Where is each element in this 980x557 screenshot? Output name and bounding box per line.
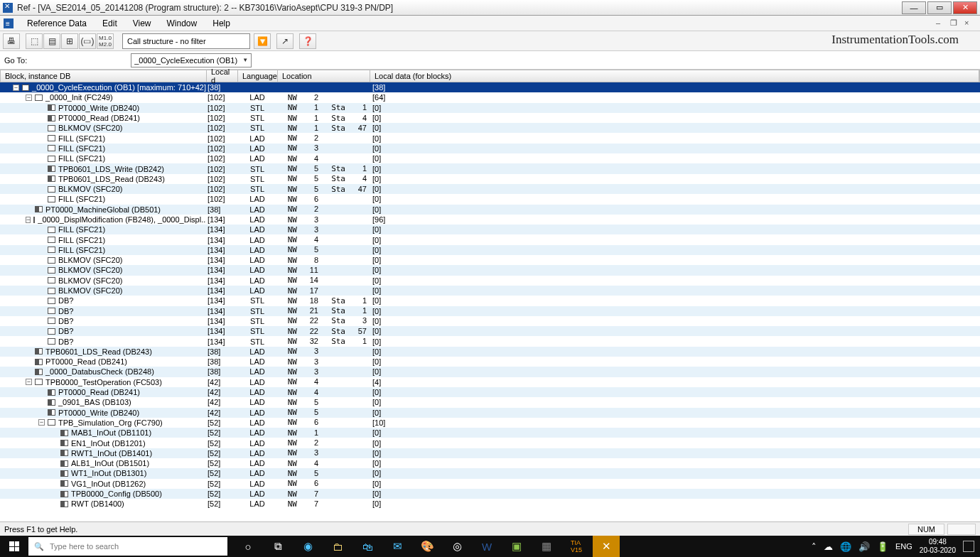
tree-row[interactable]: _0000_DatabusCheck (DB248)[38]LADNW3[0] bbox=[0, 367, 980, 377]
tree-row[interactable]: TPB0601_LDS_Write (DB242)[102]STLNW5Sta1… bbox=[0, 163, 980, 173]
app2-icon[interactable]: ▦ bbox=[533, 536, 560, 557]
tree-row[interactable]: ALB1_InOut (DB1501)[52]LADNW4[0] bbox=[0, 458, 980, 468]
tree-row[interactable]: BLKMOV (SFC20)[134]LADNW8[0] bbox=[0, 255, 980, 265]
tool-btn-5[interactable]: (▭) bbox=[79, 33, 96, 49]
tree-row[interactable]: WT1_InOut (DB1301)[52]LADNW5[0] bbox=[0, 468, 980, 478]
tree-row[interactable]: FILL (SFC21)[134]LADNW4[0] bbox=[0, 234, 980, 244]
mail-icon[interactable]: ✉ bbox=[384, 536, 411, 557]
col-header-ldata[interactable]: Local data (for blocks) bbox=[370, 70, 979, 82]
tray-clock[interactable]: 09:48 20-03-2020 bbox=[920, 538, 956, 555]
grid-body[interactable]: −_0000_CycleExecution (OB1) [maximum: 71… bbox=[0, 82, 980, 516]
tree-row[interactable]: DB?[134]STLNW22Sta57[0] bbox=[0, 326, 980, 336]
tree-row[interactable]: TPB0601_LDS_Read (DB243)[102]STLNW5Sta4[… bbox=[0, 174, 980, 184]
tree-row[interactable]: −_0000_CycleExecution (OB1) [maximum: 71… bbox=[0, 82, 980, 92]
mdi-close[interactable]: × bbox=[964, 18, 974, 28]
tree-row[interactable]: RWT1_InOut (DB1401)[52]LADNW3[0] bbox=[0, 448, 980, 458]
tia-icon[interactable]: TIAV15 bbox=[563, 536, 590, 557]
block-icon bbox=[48, 196, 55, 202]
tray-chevron-icon[interactable]: ˄ bbox=[812, 541, 817, 552]
tree-row[interactable]: BLKMOV (SFC20)[102]STLNW1Sta47[0] bbox=[0, 123, 980, 133]
tray-lang[interactable]: ENG bbox=[895, 542, 912, 551]
cortana-icon[interactable]: ○ bbox=[235, 536, 262, 557]
tree-row[interactable]: −TPB0000_TestOperation (FC503)[42]LADNW4… bbox=[0, 377, 980, 387]
tray-network-icon[interactable]: 🌐 bbox=[840, 541, 851, 552]
windows-logo-icon bbox=[9, 541, 19, 551]
tree-toggle[interactable]: − bbox=[26, 379, 32, 385]
tree-toggle[interactable]: − bbox=[13, 85, 19, 91]
tool-filter[interactable]: 🔽 bbox=[254, 33, 271, 49]
col-header-loc[interactable]: Location bbox=[278, 70, 370, 82]
tree-row[interactable]: PT0000_Read (DB241)[102]STLNW1Sta4[0] bbox=[0, 113, 980, 123]
tree-toggle[interactable]: − bbox=[38, 419, 45, 426]
start-button[interactable] bbox=[0, 536, 28, 557]
tree-toggle[interactable]: − bbox=[26, 217, 31, 223]
tree-row[interactable]: TPB0000_Config (DB500)[52]LADNW7[0] bbox=[0, 489, 980, 499]
col-header-local[interactable]: Local d bbox=[207, 70, 238, 82]
filter-combo[interactable]: Call structure - no filter bbox=[122, 33, 250, 49]
tree-row[interactable]: FILL (SFC21)[134]LADNW5[0] bbox=[0, 245, 980, 255]
mdi-restore[interactable]: ❐ bbox=[950, 18, 960, 28]
tree-toggle[interactable]: − bbox=[26, 94, 32, 101]
menu-window[interactable]: Window bbox=[160, 17, 205, 30]
col-header-block[interactable]: Block, instance DB bbox=[1, 70, 207, 82]
explorer-icon[interactable]: 🗀 bbox=[324, 536, 351, 557]
paint-icon[interactable]: 🎨 bbox=[414, 536, 441, 557]
tree-row[interactable]: FILL (SFC21)[102]LADNW4[0] bbox=[0, 153, 980, 163]
close-button[interactable]: ✕ bbox=[953, 1, 977, 14]
tree-row[interactable]: PT0000_MachineGlobal (DB501)[38]LADNW2[0… bbox=[0, 205, 980, 215]
tree-row[interactable]: DB?[134]STLNW22Sta3[0] bbox=[0, 316, 980, 326]
tree-row[interactable]: PT0000_Write (DB240)[42]LADNW5[0] bbox=[0, 408, 980, 418]
tree-row[interactable]: BLKMOV (SFC20)[134]LADNW11[0] bbox=[0, 265, 980, 275]
tool-btn-2[interactable]: ⬚ bbox=[26, 33, 43, 49]
tree-row[interactable]: PT0000_Read (DB241)[42]LADNW4[0] bbox=[0, 387, 980, 397]
tree-row[interactable]: DB?[134]STLNW21Sta1[0] bbox=[0, 306, 980, 316]
tree-row[interactable]: FILL (SFC21)[102]LADNW6[0] bbox=[0, 194, 980, 204]
tool-btn-4[interactable]: ⊞ bbox=[61, 33, 78, 49]
minimize-button[interactable]: — bbox=[902, 1, 926, 14]
tool-print[interactable]: 🖶 bbox=[3, 33, 20, 49]
col-header-lang[interactable]: Language bbox=[238, 70, 278, 82]
taskview-icon[interactable]: ⧉ bbox=[264, 536, 291, 557]
store-icon[interactable]: 🛍 bbox=[354, 536, 381, 557]
tray-volume-icon[interactable]: 🔊 bbox=[858, 541, 870, 552]
tool-btn-6[interactable]: M1.0M2.0 bbox=[97, 33, 114, 49]
tree-row[interactable]: FILL (SFC21)[134]LADNW3[0] bbox=[0, 225, 980, 234]
tree-row[interactable]: FILL (SFC21)[102]LADNW3[0] bbox=[0, 144, 980, 153]
taskbar-search[interactable]: 🔍 Type here to search bbox=[28, 537, 227, 556]
app1-icon[interactable]: ▣ bbox=[503, 536, 530, 557]
tree-row[interactable]: BLKMOV (SFC20)[102]STLNW5Sta47[0] bbox=[0, 184, 980, 194]
goto-select[interactable]: _0000_CycleExecution (OB1) bbox=[131, 53, 252, 67]
ref-app-icon[interactable]: ✕ bbox=[593, 536, 620, 557]
tool-help[interactable]: ❓ bbox=[299, 33, 316, 49]
tree-row[interactable]: VG1_InOut (DB1262)[52]LADNW6[0] bbox=[0, 479, 980, 489]
menu-reference-data[interactable]: Reference Data bbox=[20, 17, 94, 30]
menu-help[interactable]: Help bbox=[205, 17, 237, 30]
tree-row[interactable]: RWT (DB1400)[52]LADNW7[0] bbox=[0, 499, 980, 509]
tree-row[interactable]: DB?[134]STLNW18Sta1[0] bbox=[0, 296, 980, 305]
menu-edit[interactable]: Edit bbox=[95, 17, 124, 30]
tree-row[interactable]: _0901_BAS (DB103)[42]LADNW5[0] bbox=[0, 397, 980, 407]
tree-row[interactable]: MAB1_InOut (DB1101)[52]LADNW1[0] bbox=[0, 428, 980, 438]
edge-icon[interactable]: ◉ bbox=[294, 536, 321, 557]
tree-row[interactable]: −_0000_DisplModification (FB248), _0000_… bbox=[0, 215, 980, 225]
tree-row[interactable]: DB?[134]STLNW32Sta1[0] bbox=[0, 336, 980, 346]
tree-row[interactable]: TPB0601_LDS_Read (DB243)[38]LADNW3[0] bbox=[0, 347, 980, 357]
mdi-minimize[interactable]: – bbox=[936, 18, 946, 28]
tree-row[interactable]: PT0000_Write (DB240)[102]STLNW1Sta1[0] bbox=[0, 103, 980, 113]
menu-view[interactable]: View bbox=[126, 17, 158, 30]
tree-row[interactable]: BLKMOV (SFC20)[134]LADNW14[0] bbox=[0, 276, 980, 286]
tree-row[interactable]: FILL (SFC21)[102]LADNW2[0] bbox=[0, 133, 980, 143]
tree-row[interactable]: EN1_InOut (DB1201)[52]LADNW2[0] bbox=[0, 438, 980, 448]
maximize-button[interactable]: ▭ bbox=[927, 1, 952, 14]
tool-btn-3[interactable]: ▤ bbox=[43, 33, 60, 49]
tray-battery-icon[interactable]: 🔋 bbox=[877, 541, 888, 552]
tray-onedrive-icon[interactable]: ☁ bbox=[824, 541, 833, 552]
tray-notifications-icon[interactable] bbox=[963, 541, 974, 552]
tree-row[interactable]: BLKMOV (SFC20)[134]LADNW17[0] bbox=[0, 286, 980, 296]
tool-btn-8[interactable]: ↗ bbox=[276, 33, 294, 49]
tree-row[interactable]: −_0000_Init (FC249)[102]LADNW2[64] bbox=[0, 92, 980, 102]
word-icon[interactable]: W bbox=[473, 536, 500, 557]
chrome-icon[interactable]: ◎ bbox=[443, 536, 470, 557]
tree-row[interactable]: −TPB_Simulation_Org (FC790)[52]LADNW6[10… bbox=[0, 418, 980, 428]
tree-row[interactable]: PT0000_Read (DB241)[38]LADNW3[0] bbox=[0, 357, 980, 367]
